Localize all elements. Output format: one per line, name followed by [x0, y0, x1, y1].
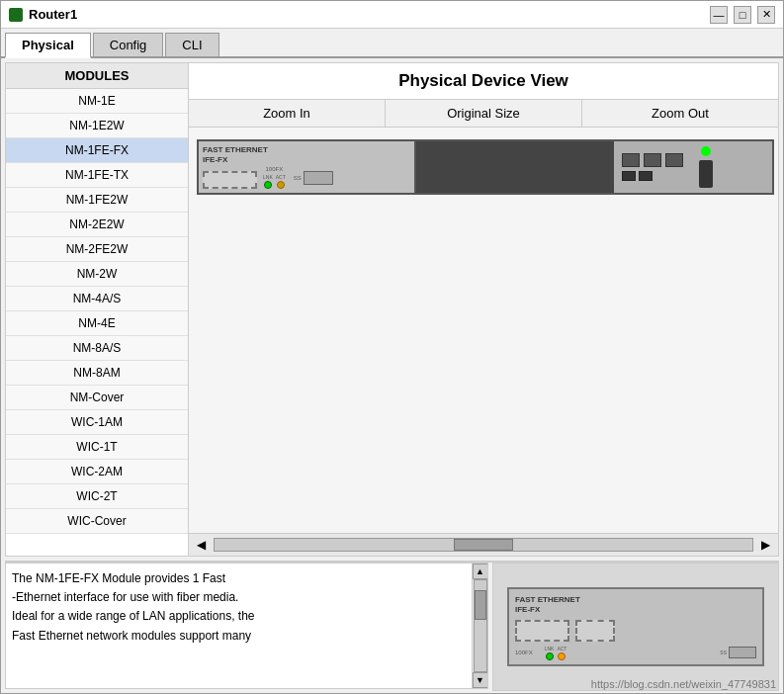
preview-ss-label: SS [720, 650, 727, 655]
sidebar-item-nm-2fe2w[interactable]: NM-2FE2W [6, 237, 188, 262]
port-label-100fx: 100FX [266, 166, 284, 172]
desc-scroll-thumb[interactable] [475, 590, 486, 620]
preview-led-orange [558, 652, 566, 660]
description-text: The NM-1FE-FX Module provides 1 Fast-Eth… [6, 564, 472, 688]
preview-module-inner: FAST ETHERNETIFE-FX 100FX LNK [507, 587, 764, 666]
title-bar-left: Router1 [9, 7, 77, 22]
device-canvas[interactable]: FAST ETHERNET IFE-FX 100FX [189, 128, 778, 556]
preview-label-fast-ethernet: FAST ETHERNETIFE-FX [515, 595, 756, 616]
led-act-orange [277, 181, 285, 189]
device-image-area: FAST ETHERNET IFE-FX 100FX [189, 128, 778, 207]
scroll-track[interactable] [214, 538, 753, 552]
led-label-lnk: LNK [263, 174, 273, 180]
main-content-area: MODULES NM-1E NM-1E2W NM-1FE-FX NM-1FE-T… [5, 62, 779, 557]
preview-lnk-label: LNK [545, 646, 555, 651]
preview-leds: 100FX LNK ACT SS [515, 646, 756, 660]
aux-port [639, 171, 653, 181]
preview-connector-2 [575, 620, 615, 642]
scroll-right-arrow[interactable]: ▶ [757, 536, 774, 554]
console-port [622, 171, 636, 181]
device-view-title: Physical Device View [189, 63, 778, 100]
router-center-body [416, 141, 614, 193]
sidebar-header: MODULES [6, 63, 188, 89]
desc-scroll-down[interactable]: ▼ [473, 672, 488, 688]
module-preview: FAST ETHERNETIFE-FX 100FX LNK [492, 563, 779, 691]
sidebar-item-wic-cover[interactable]: WIC-Cover [6, 509, 188, 534]
sidebar-item-nm-cover[interactable]: NM-Cover [6, 386, 188, 410]
window-controls: — □ ✕ [710, 6, 775, 24]
sidebar-item-nm-1e2w[interactable]: NM-1E2W [6, 114, 188, 138]
led-label-act: ACT [276, 174, 286, 180]
scroll-thumb[interactable] [454, 539, 513, 551]
close-button[interactable]: ✕ [757, 6, 775, 24]
power-switch[interactable] [699, 160, 713, 188]
module-connector-1 [203, 171, 257, 189]
right-panel: Physical Device View Zoom In Original Si… [189, 63, 778, 556]
sidebar-item-wic-1t[interactable]: WIC-1T [6, 435, 188, 460]
tab-bar: Physical Config CLI [1, 29, 783, 58]
preview-led-label-100fx: 100FX [515, 650, 533, 655]
serial-port-placeholder [304, 171, 333, 185]
module-label-ife-fx: IFE-FX [203, 155, 268, 165]
left-module: FAST ETHERNET IFE-FX 100FX [199, 141, 416, 193]
minimize-button[interactable]: — [710, 6, 728, 24]
router-icon [9, 8, 23, 22]
sidebar-item-nm-2w[interactable]: NM-2W [6, 262, 188, 287]
zoom-controls: Zoom In Original Size Zoom Out [189, 100, 778, 128]
sidebar-item-nm-2e2w[interactable]: NM-2E2W [6, 213, 188, 237]
eth-port-1 [622, 153, 640, 167]
sidebar-item-nm-8am[interactable]: NM-8AM [6, 361, 188, 386]
zoom-out-button[interactable]: Zoom Out [582, 100, 778, 127]
desc-scroll-up[interactable]: ▲ [473, 564, 488, 579]
main-window: Router1 — □ ✕ Physical Config CLI MODULE… [0, 0, 784, 694]
port-label-ss: SS [294, 175, 302, 181]
preview-led-green [546, 652, 554, 660]
preview-serial-port [729, 647, 756, 658]
sidebar-item-wic-2am[interactable]: WIC-2AM [6, 460, 188, 484]
eth-port-3 [665, 153, 683, 167]
tab-config[interactable]: Config [93, 33, 164, 56]
description-panel: The NM-1FE-FX Module provides 1 Fast-Eth… [5, 563, 488, 689]
tab-cli[interactable]: CLI [165, 33, 218, 56]
sidebar-item-wic-1am[interactable]: WIC-1AM [6, 410, 188, 435]
sidebar-item-nm-8as[interactable]: NM-8A/S [6, 336, 188, 361]
modules-sidebar: MODULES NM-1E NM-1E2W NM-1FE-FX NM-1FE-T… [6, 63, 189, 556]
preview-dashed-connectors [515, 620, 756, 642]
sidebar-item-nm-4as[interactable]: NM-4A/S [6, 287, 188, 311]
ethernet-ports [622, 153, 683, 167]
router-visual: FAST ETHERNET IFE-FX 100FX [197, 139, 774, 195]
title-bar: Router1 — □ ✕ [1, 1, 783, 29]
sidebar-item-nm-1e[interactable]: NM-1E [6, 89, 188, 114]
module-label-fast-ethernet: FAST ETHERNET [203, 145, 268, 155]
tab-physical[interactable]: Physical [5, 33, 91, 58]
description-scrollbar: ▲ ▼ [472, 564, 487, 688]
maximize-button[interactable]: □ [734, 6, 751, 24]
window-title: Router1 [29, 7, 77, 22]
preview-connector-1 [515, 620, 569, 642]
desc-scroll-track[interactable] [474, 579, 487, 672]
sidebar-item-nm-4e[interactable]: NM-4E [6, 311, 188, 336]
router-right-section: NM-100 ETHERNET 0/0 CONSOLE AUX [614, 141, 772, 193]
zoom-in-button[interactable]: Zoom In [189, 100, 386, 127]
scroll-left-arrow[interactable]: ◀ [193, 536, 210, 554]
sidebar-item-nm-1fe-tx[interactable]: NM-1FE-TX [6, 163, 188, 188]
preview-act-label: ACT [557, 646, 566, 651]
sidebar-item-nm-1fe2w[interactable]: NM-1FE2W [6, 188, 188, 213]
sidebar-item-nm-1fe-fx[interactable]: NM-1FE-FX [6, 138, 188, 163]
sidebar-item-wic-2t[interactable]: WIC-2T [6, 484, 188, 509]
power-led [701, 146, 711, 156]
description-content: The NM-1FE-FX Module provides 1 Fast-Eth… [12, 571, 254, 643]
bottom-section: The NM-1FE-FX Module provides 1 Fast-Eth… [5, 561, 779, 689]
led-link-green [264, 181, 272, 189]
original-size-button[interactable]: Original Size [386, 100, 582, 127]
eth-port-2 [644, 153, 661, 167]
horizontal-scrollbar: ◀ ▶ [189, 533, 778, 556]
modules-list[interactable]: NM-1E NM-1E2W NM-1FE-FX NM-1FE-TX NM-1FE… [6, 89, 188, 556]
